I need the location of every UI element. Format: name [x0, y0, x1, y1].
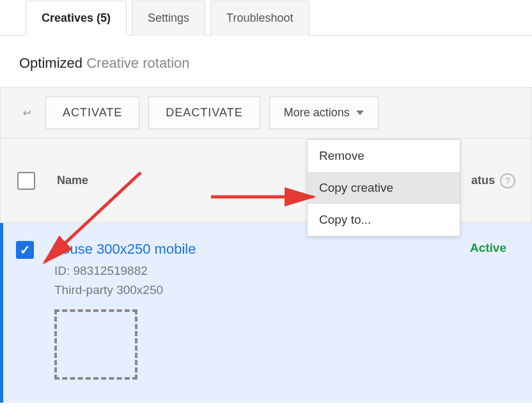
chevron-down-icon [356, 111, 364, 115]
dropdown-item-copy-to[interactable]: Copy to... [308, 204, 460, 236]
column-name[interactable]: Name [57, 174, 88, 187]
row-checkbox[interactable]: ✓ [16, 241, 34, 259]
help-icon[interactable]: ? [500, 173, 515, 189]
tab-troubleshoot[interactable]: Troubleshoot [210, 1, 309, 36]
rotation-strong: Optimized [19, 55, 82, 71]
actions-bar: ACTIVATE DEACTIVATE More actions [0, 87, 532, 139]
deactivate-button[interactable]: DEACTIVATE [148, 97, 260, 129]
dropdown-item-remove[interactable]: Remove [308, 140, 460, 172]
column-status: atus ? [471, 173, 515, 189]
table-row: ✓ house 300x250 mobile ID: 98312519882 T… [0, 223, 532, 403]
rotation-subtitle: Optimized Creative rotation [0, 36, 532, 87]
more-actions-dropdown: Remove Copy creative Copy to... [307, 139, 460, 236]
activate-button[interactable]: ACTIVATE [45, 97, 139, 129]
select-all-checkbox[interactable] [17, 172, 35, 190]
dropdown-item-copy-creative[interactable]: Copy creative [308, 172, 460, 204]
rotation-muted: Creative rotation [86, 55, 189, 71]
creative-type: Third-party 300x250 [54, 281, 513, 300]
enter-icon [16, 107, 36, 119]
creative-title-link[interactable]: house 300x250 mobile [54, 241, 513, 258]
tabs-bar: Creatives (5) Settings Troubleshoot [0, 0, 532, 36]
tab-creatives[interactable]: Creatives (5) [26, 1, 127, 36]
tab-settings[interactable]: Settings [132, 1, 205, 36]
row-content: house 300x250 mobile ID: 98312519882 Thi… [54, 241, 513, 380]
check-icon: ✓ [20, 242, 31, 258]
more-actions-label: More actions [284, 106, 350, 120]
creative-id: ID: 98312519882 [54, 261, 513, 281]
more-actions-button[interactable]: More actions [269, 97, 379, 129]
creative-preview-placeholder [54, 309, 137, 380]
status-badge: Active [470, 241, 506, 255]
